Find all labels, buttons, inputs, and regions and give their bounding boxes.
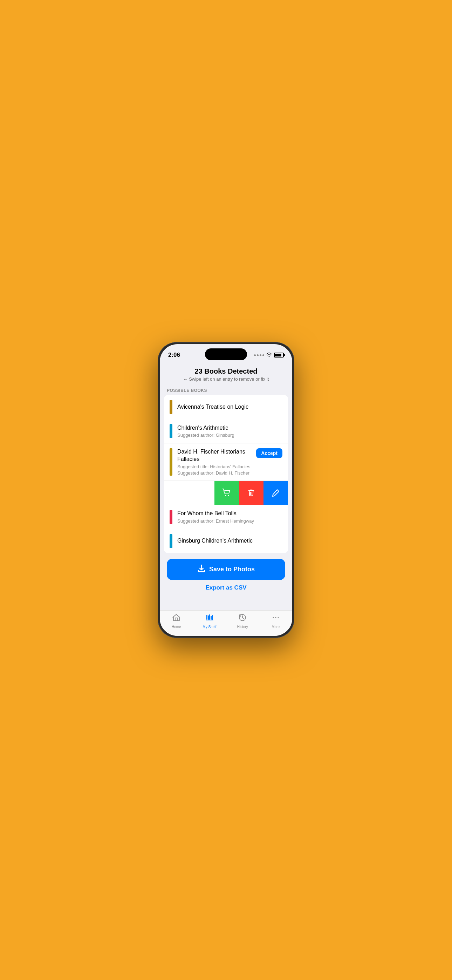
more-icon bbox=[272, 613, 280, 624]
book-color-bar bbox=[170, 510, 172, 524]
book-item-revealed[interactable]: Borges bbox=[164, 481, 288, 505]
page-title: 23 Books Detected bbox=[167, 368, 285, 375]
book-color-bar bbox=[170, 534, 172, 548]
svg-point-1 bbox=[228, 495, 229, 496]
phone-screen: 2:06 bbox=[160, 344, 292, 636]
book-info: Ginsburg Children's Arithmetic bbox=[177, 537, 282, 545]
content-area[interactable]: 23 Books Detected ← Swipe left on an ent… bbox=[160, 363, 292, 610]
book-item[interactable]: Avicenna's Treatise on Logic bbox=[164, 395, 288, 419]
tab-history-label: History bbox=[237, 625, 248, 629]
books-list: Avicenna's Treatise on Logic Children's … bbox=[164, 395, 288, 553]
status-time: 2:06 bbox=[168, 352, 180, 359]
book-suggested-author: Suggested author: Ginsburg bbox=[177, 433, 282, 438]
svg-point-0 bbox=[225, 495, 226, 496]
svg-rect-5 bbox=[208, 616, 209, 620]
svg-rect-8 bbox=[212, 615, 213, 620]
home-icon bbox=[172, 613, 180, 624]
phone-frame: 2:06 bbox=[158, 342, 294, 638]
tab-bar: Home My Shelf bbox=[160, 610, 292, 636]
save-to-photos-button[interactable]: Save to Photos bbox=[167, 559, 285, 580]
book-info: David H. Fischer Historians Fallacies Su… bbox=[177, 448, 253, 476]
cart-action-button[interactable] bbox=[215, 481, 239, 505]
history-icon bbox=[238, 613, 247, 624]
book-suggested-title: Suggested title: Historians' Fallacies bbox=[177, 464, 253, 469]
book-info: For Whom the Bell Tolls Suggested author… bbox=[177, 510, 282, 523]
tab-more[interactable]: More bbox=[259, 613, 293, 629]
book-title: Children's Arithmetic bbox=[177, 425, 282, 432]
signal-icon bbox=[254, 354, 264, 356]
book-color-bar bbox=[170, 424, 172, 438]
svg-rect-4 bbox=[206, 615, 207, 620]
book-suggested-author: Suggested author: David H. Fischer bbox=[177, 470, 253, 476]
save-icon bbox=[197, 564, 206, 574]
status-icons bbox=[254, 352, 284, 358]
svg-point-12 bbox=[275, 617, 276, 618]
book-title: For Whom the Bell Tolls bbox=[177, 510, 282, 517]
book-title: Ginsburg Children's Arithmetic bbox=[177, 537, 282, 545]
book-item[interactable]: For Whom the Bell Tolls Suggested author… bbox=[164, 505, 288, 529]
export-csv-button[interactable]: Export as CSV bbox=[205, 584, 246, 591]
tab-home-label: Home bbox=[172, 625, 181, 629]
tab-history[interactable]: History bbox=[226, 613, 259, 629]
book-item[interactable]: Children's Arithmetic Suggested author: … bbox=[164, 419, 288, 443]
battery-icon bbox=[274, 353, 284, 358]
tab-myshelf[interactable]: My Shelf bbox=[193, 613, 226, 629]
wifi-icon bbox=[266, 352, 272, 358]
svg-rect-6 bbox=[209, 614, 210, 620]
edit-action-button[interactable] bbox=[264, 481, 288, 505]
book-color-bar bbox=[170, 448, 172, 476]
page-subtitle: ← Swipe left on an entry to remove or fi… bbox=[167, 376, 285, 382]
tab-myshelf-label: My Shelf bbox=[202, 625, 216, 629]
svg-point-13 bbox=[277, 617, 279, 618]
book-suggested-author: Suggested author: Ernest Hemingway bbox=[177, 519, 282, 523]
tab-more-label: More bbox=[272, 625, 280, 629]
save-button-label: Save to Photos bbox=[209, 566, 255, 573]
book-title: David H. Fischer Historians Fallacies bbox=[177, 448, 253, 463]
bottom-actions: Save to Photos Export as CSV bbox=[160, 553, 292, 595]
section-label: POSSIBLE BOOKS bbox=[160, 385, 292, 395]
book-color-bar bbox=[170, 400, 172, 414]
svg-rect-7 bbox=[210, 616, 212, 620]
svg-point-11 bbox=[272, 617, 274, 618]
book-title: Avicenna's Treatise on Logic bbox=[177, 403, 282, 411]
book-info: Avicenna's Treatise on Logic bbox=[177, 403, 282, 411]
shelf-icon bbox=[205, 613, 214, 624]
book-item[interactable]: David H. Fischer Historians Fallacies Su… bbox=[164, 443, 288, 481]
page-header: 23 Books Detected ← Swipe left on an ent… bbox=[160, 363, 292, 385]
accept-button[interactable]: Accept bbox=[256, 448, 282, 458]
book-item[interactable]: Ginsburg Children's Arithmetic bbox=[164, 529, 288, 553]
swipe-actions bbox=[215, 481, 288, 505]
delete-action-button[interactable] bbox=[239, 481, 264, 505]
dynamic-island bbox=[205, 348, 247, 360]
book-info: Children's Arithmetic Suggested author: … bbox=[177, 425, 282, 438]
tab-home[interactable]: Home bbox=[160, 613, 193, 629]
